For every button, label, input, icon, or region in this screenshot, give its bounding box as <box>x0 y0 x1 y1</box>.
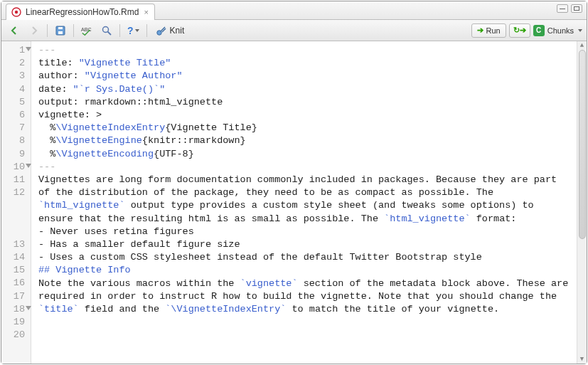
svg-rect-3 <box>58 31 63 34</box>
scroll-up-icon[interactable]: ▲ <box>578 41 587 50</box>
line-number: 13 <box>1 238 31 251</box>
chunks-icon: C <box>533 25 545 36</box>
code-text: --- <box>38 45 55 55</box>
line-number: 16 <box>1 277 31 290</box>
line-number: 15 <box>1 264 31 277</box>
line-number: 1 <box>1 44 31 57</box>
line-number <box>1 199 31 212</box>
scrollbar-track[interactable] <box>578 50 587 355</box>
line-number: 12 <box>1 186 31 199</box>
fold-icon[interactable] <box>26 164 31 168</box>
close-icon[interactable]: × <box>144 8 148 16</box>
line-number: 11 <box>1 174 31 186</box>
forward-button[interactable] <box>26 23 43 38</box>
scrollbar-thumb[interactable] <box>579 50 586 239</box>
code-area: 1 2 3 4 5 6 7 8 9 10 11 12 13 14 15 16 1… <box>1 41 587 364</box>
knit-button[interactable]: Knit <box>151 23 189 38</box>
spellcheck-button[interactable]: ABC <box>78 23 95 38</box>
line-number: 20 <box>1 329 31 342</box>
line-number: 2 <box>1 57 31 70</box>
minimize-button[interactable] <box>557 4 568 13</box>
tab-bar: LinearRegressionHowTo.Rmd × <box>1 1 587 20</box>
line-number: 3 <box>1 70 31 83</box>
line-number: 5 <box>1 96 31 109</box>
line-number <box>1 226 31 238</box>
rerun-button[interactable]: ↻➔ <box>509 23 530 38</box>
svg-line-7 <box>108 31 112 35</box>
line-number <box>1 355 31 364</box>
chunks-label: Chunks <box>547 26 574 35</box>
rmd-file-icon <box>11 6 22 18</box>
chunks-menu[interactable]: C Chunks <box>533 23 582 38</box>
file-tab[interactable]: LinearRegressionHowTo.Rmd × <box>6 4 155 20</box>
separator <box>146 24 147 37</box>
line-number: 9 <box>1 148 31 161</box>
line-number: 4 <box>1 83 31 96</box>
chevron-down-icon <box>135 29 139 32</box>
separator <box>73 24 74 37</box>
editor-toolbar: ABC ? Knit ➔ Run ↻➔ C Chunks <box>1 20 587 41</box>
separator <box>47 24 48 37</box>
line-number: 14 <box>1 251 31 264</box>
run-arrow-icon: ➔ <box>477 26 483 35</box>
vertical-scrollbar[interactable]: ▲ ▼ <box>577 41 587 364</box>
svg-point-1 <box>15 11 18 14</box>
save-button[interactable] <box>52 23 69 38</box>
maximize-button[interactable] <box>571 4 582 13</box>
line-gutter[interactable]: 1 2 3 4 5 6 7 8 9 10 11 12 13 14 15 16 1… <box>1 41 31 364</box>
line-number: 6 <box>1 109 31 122</box>
code-editor[interactable]: --- title: "Vignette Title" author: "Vig… <box>31 41 577 364</box>
line-number: 7 <box>1 122 31 134</box>
find-button[interactable] <box>98 23 115 38</box>
back-button[interactable] <box>6 23 23 38</box>
help-button[interactable]: ? <box>124 23 142 38</box>
line-number <box>1 212 31 225</box>
knit-label: Knit <box>170 26 185 36</box>
run-button[interactable]: ➔ Run <box>471 23 506 38</box>
chevron-down-icon <box>578 29 582 32</box>
svg-point-6 <box>103 26 109 32</box>
line-number: 19 <box>1 316 31 329</box>
line-number <box>1 342 31 354</box>
line-number: 10 <box>1 161 31 174</box>
scroll-down-icon[interactable]: ▼ <box>578 355 587 364</box>
line-number: 18 <box>1 303 31 316</box>
separator <box>119 24 120 37</box>
run-label: Run <box>486 26 501 35</box>
line-number: 8 <box>1 134 31 147</box>
editor-pane: LinearRegressionHowTo.Rmd × ABC ? <box>1 1 587 364</box>
svg-text:ABC: ABC <box>81 26 92 32</box>
tab-filename: LinearRegressionHowTo.Rmd <box>26 7 139 17</box>
fold-icon[interactable] <box>26 306 31 310</box>
window-controls <box>557 4 582 13</box>
fold-icon[interactable] <box>26 47 31 51</box>
line-number: 17 <box>1 290 31 303</box>
svg-rect-4 <box>58 27 63 29</box>
